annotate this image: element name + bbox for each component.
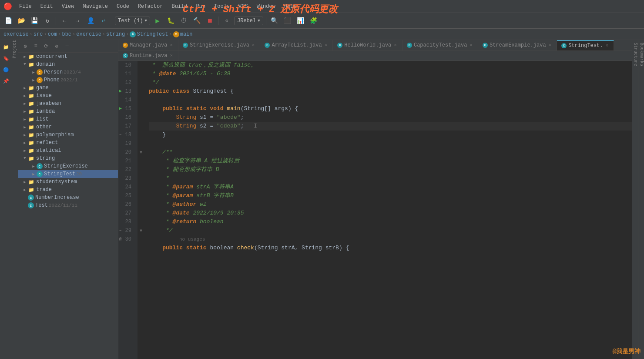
toolbar-btn-8[interactable]: 🧩 (308, 15, 319, 27)
stop-button[interactable]: ⏹ (204, 15, 215, 27)
code-line-23: * (149, 174, 632, 183)
tab-capacitytest-java[interactable]: C CapacityTest.java × (402, 40, 478, 50)
sidebar-icon-2[interactable]: 🔖 (1, 53, 11, 64)
coverage-button[interactable]: 🐛 (165, 15, 176, 27)
run-config-selector[interactable]: Test (1) ▼ (115, 17, 150, 25)
tab-close-btn[interactable]: × (604, 43, 609, 48)
menu-edit[interactable]: Edit (37, 3, 57, 10)
fold-icon[interactable]: − (119, 131, 121, 139)
tree-item-domain[interactable]: ▼ 📁 domain (18, 60, 118, 68)
breadcrumb-src[interactable]: src (34, 31, 43, 37)
profile-button[interactable]: ⏱ (178, 15, 189, 27)
folder-icon: 📁 (28, 148, 35, 154)
tab-close-btn[interactable]: × (469, 43, 473, 48)
file-tree-gear-btn[interactable]: ⚙ (52, 42, 61, 50)
toolbar-undo-btn[interactable]: ↩ (98, 15, 109, 27)
menu-file[interactable]: File (16, 3, 35, 10)
tree-item-numberincrease[interactable]: C NumberIncrease (18, 194, 118, 201)
menu-view[interactable]: View (58, 3, 78, 10)
run-gutter-icon[interactable]: ▶ (119, 87, 122, 96)
toolbar-forward-btn[interactable]: → (72, 15, 83, 27)
breadcrumb-bbc[interactable]: bbc (62, 31, 71, 37)
tree-item-javabean[interactable]: ▶ 📁 javabean (18, 100, 118, 107)
tree-item-test[interactable]: C Test 2022/11/11 (18, 201, 118, 209)
tree-item-game[interactable]: ▶ 📁 game (18, 84, 118, 92)
tree-item-phone[interactable]: ▶ C Phone 2022/1 (18, 76, 118, 84)
breadcrumb-string[interactable]: string (106, 31, 125, 37)
tree-item-lambda[interactable]: ▶ 📁 lambda (18, 107, 118, 115)
breadcrumb-exercise2[interactable]: exercise (76, 31, 101, 37)
build-button[interactable]: 🔨 (191, 15, 202, 27)
tree-label: Test (35, 202, 48, 208)
tree-item-concurrent[interactable]: ▶ 📁 concurrent (18, 53, 118, 60)
project-icon-btn[interactable]: 📁 (1, 42, 11, 52)
toolbar-open-btn[interactable]: 📂 (16, 15, 27, 27)
tab-close-btn[interactable]: × (548, 43, 553, 48)
tab-arraytolist-java[interactable]: C ArrayToList.java × (260, 40, 333, 50)
tab-close-btn[interactable]: × (251, 43, 256, 48)
jrebel-selector[interactable]: JRebel ▼ (234, 17, 263, 25)
tree-item-list[interactable]: ▶ 📁 list (18, 115, 118, 123)
toolbar-recent-btn[interactable]: 👤 (85, 15, 96, 27)
breadcrumb-main[interactable]: main (180, 31, 193, 37)
jrebel-config-btn[interactable]: ⚙ (221, 15, 232, 27)
menu-run[interactable]: Run (192, 3, 209, 10)
tree-item-statical[interactable]: ▶ 📁 statical (18, 147, 118, 154)
tab-stringexercise-java[interactable]: C StringExercise.java × (178, 40, 260, 50)
menu-build[interactable]: Build (168, 3, 191, 10)
breadcrumb-com[interactable]: com (48, 31, 57, 37)
menu-navigate[interactable]: Navigate (79, 3, 111, 10)
tab-close-btn[interactable]: × (393, 43, 398, 48)
tab-manager-java[interactable]: C Manager.java × (118, 40, 178, 50)
file-tree-settings-btn[interactable]: ⚙ (21, 42, 30, 50)
tree-label: reflect (36, 140, 58, 146)
file-tree-scroll-btn[interactable]: ⟳ (42, 42, 50, 50)
menu-code[interactable]: Code (113, 3, 133, 10)
tab-close-btn[interactable]: × (169, 43, 174, 48)
sidebar-icon-4[interactable]: 📌 (1, 76, 11, 86)
tab-helloworld-java[interactable]: C HelloWorld.java × (333, 40, 402, 50)
menu-help[interactable]: Help (281, 3, 300, 10)
toolbar-refresh-btn[interactable]: ↻ (42, 15, 53, 27)
file-tree-collapse-btn[interactable]: ≡ (31, 42, 40, 50)
sidebar-icon-3[interactable]: 🔵 (1, 64, 11, 75)
toolbar-save-btn[interactable]: 💾 (29, 15, 40, 27)
breadcrumb-stringtest[interactable]: StringTest (137, 31, 168, 37)
toolbar-back-btn[interactable]: ← (59, 15, 70, 27)
code-area[interactable]: 10 11 12 ▶ 13 14 ▶ 15 16 17 − 18 19 (118, 61, 632, 359)
code-content[interactable]: * 那么返回 true，反之返回 false。 * @date 2021/6/5… (144, 61, 632, 359)
tree-label-other: other (36, 124, 52, 130)
toolbar-new-btn[interactable]: 📄 (3, 15, 14, 27)
toolbar-btn-5[interactable]: 🔍 (269, 15, 280, 27)
bookmarks-label[interactable]: Bookmarks (638, 40, 644, 66)
tab-runtime-java[interactable]: C Runtime.java × (118, 51, 178, 60)
breadcrumb-exercise[interactable]: exercise (3, 31, 29, 37)
tab-close-btn[interactable]: × (169, 53, 174, 58)
run-button[interactable]: ▶ (152, 15, 163, 27)
toolbar-btn-6[interactable]: ⬛ (282, 15, 293, 27)
tree-item-other[interactable]: ▶ 📁 other (18, 123, 118, 131)
menu-refactor[interactable]: Refactor (134, 3, 167, 10)
tab-streamexample-java[interactable]: C StreamExample.java × (478, 40, 557, 50)
tree-item-trade[interactable]: ▶ 📁 trade (18, 186, 118, 194)
tab-close-btn[interactable]: × (324, 43, 329, 48)
menu-tools[interactable]: Tools (211, 3, 233, 10)
menu-vcs[interactable]: VCS (235, 3, 252, 10)
fold-icon[interactable]: − (119, 226, 121, 235)
tree-item-issue[interactable]: ▶ 📁 issue (18, 92, 118, 100)
tree-item-studentsystem[interactable]: ▶ 📁 studentsystem (18, 178, 118, 186)
tree-item-reflect[interactable]: ▶ 📁 reflect (18, 139, 118, 147)
tree-item-person[interactable]: ▶ C Person 2023/4 (18, 68, 118, 76)
run-gutter-icon[interactable]: ▶ (119, 104, 122, 113)
structure-label[interactable]: Structure (632, 40, 638, 66)
tree-item-polymorphism[interactable]: ▶ 📁 polymorphism (18, 131, 118, 139)
toolbar-btn-7[interactable]: 📊 (295, 15, 306, 27)
tree-item-string[interactable]: ▼ 📁 string (18, 154, 118, 162)
tree-item-stringtest[interactable]: ▶ C StringTest 20 (18, 170, 118, 178)
menu-window[interactable]: Window (253, 3, 279, 10)
tab-icon: C (183, 43, 188, 48)
file-tree-close-btn[interactable]: — (63, 42, 71, 50)
tree-item-stringexercise[interactable]: ▶ C StringExercise (18, 162, 118, 170)
tab-stringtest-java[interactable]: C StringTest. × (557, 40, 614, 50)
project-label[interactable]: Project (12, 40, 18, 61)
